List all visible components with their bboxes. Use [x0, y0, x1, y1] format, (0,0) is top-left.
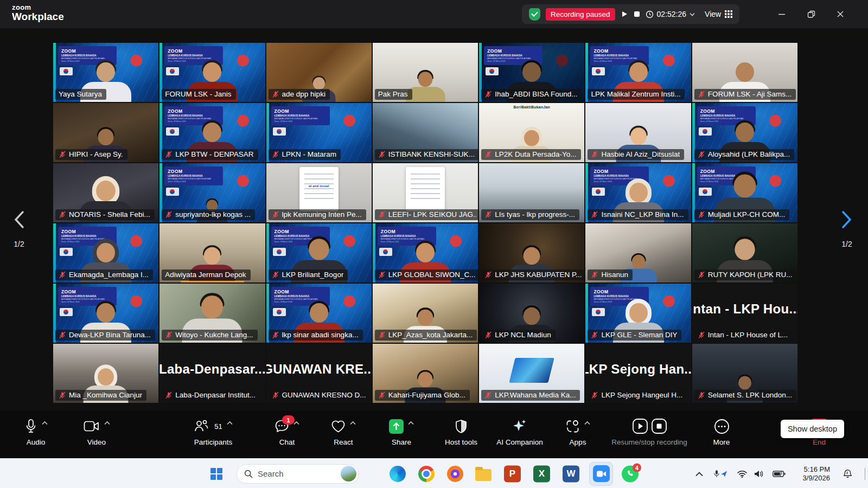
participant-tile[interactable]: ZOOM LEMBAGA KURSUS BAHASA BERSAMA DIREK…	[159, 43, 265, 102]
participants-button[interactable]: 51 Participants	[178, 417, 248, 446]
participant-tile[interactable]: ZOOM LEMBAGA KURSUS BAHASA BERSAMA DIREK…	[53, 43, 158, 102]
ai-companion-button[interactable]: AI Companion	[490, 417, 549, 446]
apps-options-chevron-icon[interactable]	[584, 421, 590, 425]
participant-tile[interactable]: LKP_Azas_kota Jakarta...	[373, 284, 478, 343]
muted-mic-icon	[484, 91, 492, 98]
participant-tile[interactable]: LEEFI- LPK SEIKOU JAG...	[373, 163, 478, 222]
taskbar-excel-icon[interactable]: X	[533, 465, 550, 482]
audio-button[interactable]: Audio	[10, 417, 62, 446]
participant-tile[interactable]: ZOOM LEMBAGA KURSUS BAHASA BERSAMA DIREK…	[53, 284, 158, 343]
react-button[interactable]: React	[322, 417, 365, 446]
participant-tile[interactable]: ZOOM LEMBAGA KURSUS BAHASA BERSAMA DIREK…	[479, 43, 584, 102]
view-button[interactable]: View	[705, 10, 732, 18]
participant-name-pill: Yaya Sutarya	[55, 89, 106, 100]
share-options-chevron-icon[interactable]	[408, 421, 414, 425]
zoom-camera-glyph	[597, 471, 606, 477]
share-button[interactable]: Share	[380, 417, 423, 446]
participant-tile[interactable]: ZOOM LEMBAGA KURSUS BAHASA BERSAMA DIREK…	[266, 223, 372, 282]
taskbar-file-explorer-icon[interactable]	[475, 467, 492, 481]
participant-tile[interactable]: LKP JHS KABUPATEN P...	[479, 223, 584, 282]
participant-tile[interactable]: Witoyo - Kukche Lang...	[159, 284, 265, 343]
chat-button[interactable]: 1 Chat	[264, 417, 310, 446]
participant-tile[interactable]: Adiwiyata Jerman Depok	[159, 223, 265, 282]
meeting-timer[interactable]: 02:52:26	[646, 10, 695, 18]
muted-mic-icon	[59, 211, 66, 219]
taskbar-chrome-icon[interactable]	[418, 466, 435, 482]
minimize-button[interactable]	[767, 0, 796, 28]
participant-tile[interactable]: ZOOM LEMBAGA KURSUS BAHASA BERSAMA DIREK…	[159, 163, 265, 222]
taskbar-browser-profile-icon[interactable]	[447, 466, 463, 482]
tray-battery-icon[interactable]	[773, 470, 786, 477]
participant-tile[interactable]: BeriBaktiBukanJan LP2K Duta Persada-Yo..…	[479, 103, 584, 162]
participant-tile[interactable]: ZOOM LEMBAGA KURSUS BAHASA BERSAMA DIREK…	[692, 103, 797, 162]
participant-tile[interactable]: Kahari-Fujiyama Glob...	[373, 344, 478, 403]
participant-tile[interactable]: Mia _Komihwa Cianjur	[53, 344, 158, 403]
tray-wifi-icon[interactable]	[737, 470, 748, 478]
participant-tile[interactable]: ZOOM LEMBAGA KURSUS BAHASA BERSAMA DIREK…	[159, 103, 265, 162]
close-button[interactable]	[826, 0, 855, 28]
taskbar-powerpoint-icon[interactable]: P	[504, 465, 521, 482]
participant-tile[interactable]: al and tional lpk Kemuning Inten Pe...	[266, 163, 372, 222]
participant-tile[interactable]: ZOOM LEMBAGA KURSUS BAHASA BERSAMA DIREK…	[692, 163, 797, 222]
participant-tile[interactable]: Laba-Denpasar... Laba-Denpasar Institut.…	[159, 344, 265, 403]
tray-show-hidden-icons[interactable]	[695, 471, 703, 476]
restore-button[interactable]	[796, 0, 826, 28]
participant-tile[interactable]: ZOOM LEMBAGA KURSUS BAHASA BERSAMA DIREK…	[585, 163, 691, 222]
tray-volume-icon[interactable]	[754, 470, 764, 478]
participant-tile[interactable]: Pak Pras	[373, 43, 478, 102]
muted-mic-icon	[591, 331, 598, 339]
participant-tile[interactable]: ISTIBANK KENSHI-SUK...	[373, 103, 478, 162]
host-tools-button[interactable]: Host tools	[433, 417, 489, 446]
participant-tile[interactable]: Selamet S. LPK London...	[692, 344, 797, 403]
resume-recording-button[interactable]	[621, 10, 628, 18]
video-button[interactable]: Video	[69, 417, 124, 446]
video-options-chevron-icon[interactable]	[104, 421, 110, 425]
tray-notification-bell-icon[interactable]: z	[843, 468, 853, 479]
tray-mic-in-use-indicator[interactable]	[714, 470, 727, 478]
participant-tile[interactable]: ZOOM LEMBAGA KURSUS BAHASA BERSAMA DIREK…	[53, 223, 158, 282]
participant-tile[interactable]: ZOOM LEMBAGA KURSUS BAHASA BERSAMA DIREK…	[373, 223, 478, 282]
participant-tile[interactable]: Hisanun	[585, 223, 691, 282]
participant-tile[interactable]: RUTY KAPOH (LPK RU...	[692, 223, 797, 282]
react-options-chevron-icon[interactable]	[350, 421, 356, 425]
taskbar-clock[interactable]: 5:16 PM 3/9/2026	[802, 465, 830, 483]
previous-page-arrow-icon[interactable]	[13, 210, 25, 229]
taskbar-zoom-icon[interactable]	[589, 462, 613, 486]
participant-tile[interactable]: LKP NCL Madiun	[479, 284, 584, 343]
participant-tile[interactable]: ZOOM LEMBAGA KURSUS BAHASA BERSAMA DIREK…	[585, 284, 691, 343]
react-label: React	[322, 438, 365, 446]
audio-options-chevron-icon[interactable]	[42, 421, 48, 425]
security-shield-icon[interactable]	[529, 8, 540, 21]
chat-options-chevron-icon[interactable]	[293, 421, 299, 425]
participant-name: Aloysahid (LPK Balikpa...	[708, 150, 790, 158]
participants-options-chevron-icon[interactable]	[227, 421, 233, 425]
more-button[interactable]: More	[702, 417, 741, 446]
participant-tile[interactable]: GUNAWAN KRE... GUNAWAN KRESNO D...	[266, 344, 372, 403]
taskbar-word-icon[interactable]: W	[563, 465, 579, 482]
participant-tile[interactable]: HIPKI - Asep Sy.	[53, 103, 158, 162]
apps-button[interactable]: Apps	[556, 417, 600, 446]
participant-tile[interactable]: FORUM LSK - Aji Sams...	[692, 43, 797, 102]
show-desktop-sliver[interactable]	[865, 468, 865, 480]
start-button[interactable]	[210, 468, 222, 480]
muted-mic-icon	[165, 211, 173, 219]
participant-tile[interactable]: ZOOM LEMBAGA KURSUS BAHASA BERSAMA DIREK…	[266, 284, 372, 343]
weather-widget-icon[interactable]	[341, 466, 356, 481]
taskbar-edge-icon[interactable]	[390, 466, 406, 482]
participant-tile[interactable]: Hasbie Al Aziz_Ditsuslat	[585, 103, 691, 162]
search-box[interactable]: Search	[237, 464, 359, 484]
participant-tile[interactable]: ZOOM LEMBAGA KURSUS BAHASA BERSAMA DIREK…	[585, 43, 691, 102]
participant-tile[interactable]: ZOOM LEMBAGA KURSUS BAHASA BERSAMA DIREK…	[266, 103, 372, 162]
participant-name: Hisanun	[601, 271, 628, 279]
taskbar-whatsapp-icon[interactable]: 4	[622, 465, 639, 482]
next-page-arrow-icon[interactable]	[841, 210, 853, 229]
participant-tile[interactable]: ade dpp hipki	[266, 43, 372, 102]
resume-stop-recording-button[interactable]: Resume/stop recording	[603, 417, 695, 446]
participant-tile[interactable]: LIs tyas - lkp progress-...	[479, 163, 584, 222]
participant-tile[interactable]: Intan - LKP Hou... Intan - LKP House of …	[692, 284, 797, 343]
event-banner-date: Senin, 09 Maret 2026	[275, 120, 327, 123]
participant-tile[interactable]: NOTARIS - Shella Febi...	[53, 163, 158, 222]
participant-tile[interactable]: LKP Sejong Han... LKP Sejong Hangeul H..…	[585, 344, 691, 403]
participant-tile[interactable]: LKP.Wahana Media Ka...	[479, 344, 584, 403]
stop-recording-button[interactable]	[634, 11, 640, 17]
